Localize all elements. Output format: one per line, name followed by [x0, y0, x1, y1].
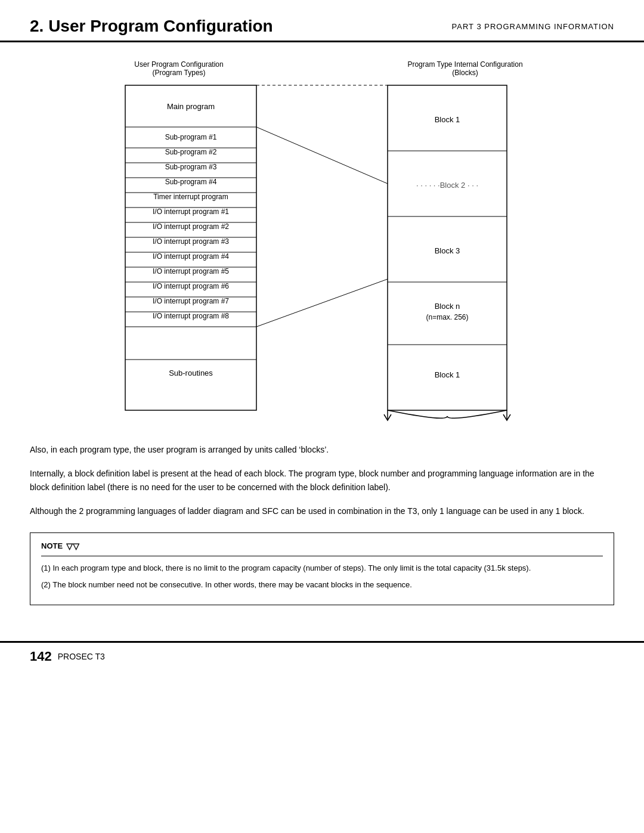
- svg-line-32: [256, 127, 388, 184]
- diagram-svg: Main program Sub-program #1 Sub-program …: [113, 79, 531, 425]
- svg-text:(n=max. 256): (n=max. 256): [426, 313, 468, 321]
- svg-text:· · · · · ·Block 2 · · ·: · · · · · ·Block 2 · · ·: [416, 181, 478, 190]
- note-item-1: (1) In each program type and block, ther…: [41, 562, 603, 575]
- svg-text:Sub-program #3: Sub-program #3: [165, 163, 217, 171]
- svg-text:I/O interrupt program #6: I/O interrupt program #6: [153, 282, 229, 290]
- svg-text:Timer interrupt program: Timer interrupt program: [153, 193, 228, 201]
- diagram-right-label: Program Type Internal Configuration (Blo…: [400, 60, 531, 77]
- svg-text:Sub-routines: Sub-routines: [169, 368, 213, 377]
- diagram-container: User Program Configuration (Program Type…: [30, 60, 614, 425]
- svg-text:Block 1: Block 1: [435, 115, 460, 124]
- paragraph-3: Although the 2 programming languages of …: [30, 504, 614, 518]
- note-title: NOTE: [41, 541, 63, 550]
- paragraph-1: Also, in each program type, the user pro…: [30, 443, 614, 456]
- page-footer: 142 PROSEC T3: [0, 641, 644, 670]
- svg-text:I/O interrupt program #5: I/O interrupt program #5: [153, 267, 229, 275]
- svg-text:Block n: Block n: [435, 302, 460, 311]
- note-divider: [41, 556, 603, 556]
- diagram-left-label: User Program Configuration (Program Type…: [113, 60, 244, 77]
- svg-text:I/O interrupt program #7: I/O interrupt program #7: [153, 297, 229, 305]
- footer-page-number: 142: [30, 649, 52, 664]
- svg-text:I/O interrupt program #1: I/O interrupt program #1: [153, 208, 229, 216]
- page-header: 2. User Program Configuration PART 3 PRO…: [0, 0, 644, 42]
- svg-text:Block 1: Block 1: [435, 370, 460, 379]
- main-content: User Program Configuration (Program Type…: [0, 42, 644, 641]
- page-subtitle: PART 3 PROGRAMMING INFORMATION: [452, 22, 614, 31]
- svg-text:Sub-program #4: Sub-program #4: [165, 178, 217, 186]
- page-title: 2. User Program Configuration: [30, 17, 273, 36]
- note-icon: ▽▽: [66, 541, 79, 551]
- note-box: NOTE ▽▽ (1) In each program type and blo…: [30, 532, 614, 606]
- diagram-wrapper: User Program Configuration (Program Type…: [113, 60, 531, 425]
- note-item-2: (2) The block number need not be consecu…: [41, 579, 603, 592]
- svg-text:I/O interrupt program #8: I/O interrupt program #8: [153, 312, 229, 320]
- footer-product: PROSEC T3: [58, 652, 105, 661]
- svg-text:I/O interrupt program #2: I/O interrupt program #2: [153, 222, 229, 231]
- svg-line-33: [256, 279, 388, 327]
- svg-text:I/O interrupt program #4: I/O interrupt program #4: [153, 252, 229, 261]
- svg-text:Block 3: Block 3: [435, 246, 460, 255]
- svg-text:Main program: Main program: [167, 102, 215, 111]
- note-header: NOTE ▽▽: [41, 541, 603, 551]
- svg-text:Sub-program #1: Sub-program #1: [165, 133, 217, 141]
- paragraph-2: Internally, a block definition label is …: [30, 467, 614, 494]
- svg-text:I/O interrupt program #3: I/O interrupt program #3: [153, 237, 229, 246]
- svg-text:Sub-program #2: Sub-program #2: [165, 148, 217, 156]
